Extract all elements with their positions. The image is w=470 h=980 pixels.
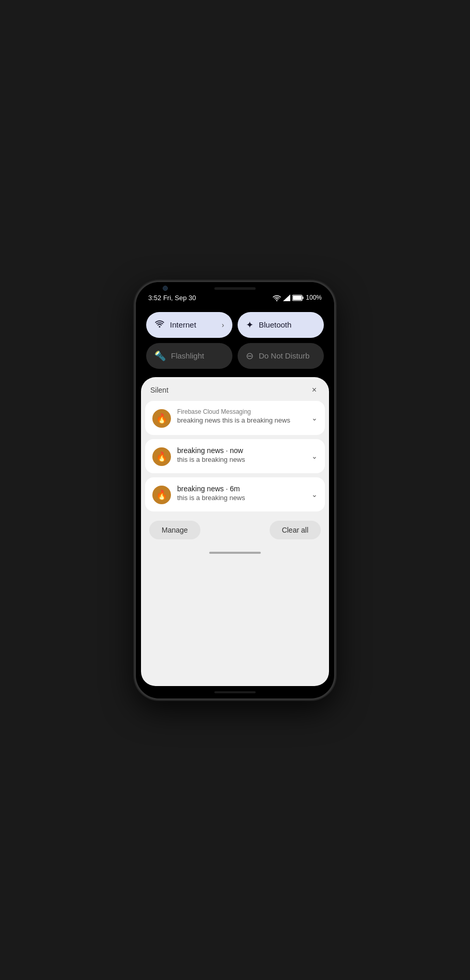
flashlight-icon: 🔦	[154, 350, 166, 362]
notification-item-2[interactable]: 🔥 breaking news · 6m this is a breaking …	[145, 477, 325, 511]
clear-all-button[interactable]: Clear all	[270, 521, 321, 539]
bottom-speaker	[214, 691, 256, 693]
notification-group-2: 🔥 breaking news · 6m this is a breaking …	[145, 477, 325, 511]
svg-rect-4	[303, 297, 304, 299]
qs-tile-dnd-label: Do Not Disturb	[259, 351, 309, 360]
phone-screen: 3:52 Fri, Sep 30	[136, 282, 334, 698]
notification-panel: Silent × 🔥 Firebase Cloud Messaging brea…	[141, 377, 329, 686]
svg-rect-3	[293, 295, 302, 300]
notif-app-icon-symbol-2: 🔥	[156, 489, 167, 501]
qs-tile-bluetooth-label: Bluetooth	[259, 320, 291, 329]
camera-dot	[163, 286, 168, 291]
qs-tile-bluetooth[interactable]: ✦ Bluetooth	[238, 312, 324, 338]
home-indicator	[209, 552, 261, 554]
speaker-bar	[214, 287, 256, 290]
notif-chevron-1[interactable]: ⌄	[311, 452, 318, 460]
dnd-icon: ⊖	[246, 350, 254, 362]
notification-group-fcm: 🔥 Firebase Cloud Messaging breaking news…	[145, 401, 325, 435]
notif-app-icon-symbol-1: 🔥	[156, 451, 167, 462]
wifi-icon	[154, 319, 165, 330]
svg-point-0	[276, 300, 277, 301]
panel-header: Silent ×	[141, 377, 329, 401]
qs-tile-internet[interactable]: Internet ›	[146, 312, 232, 338]
notif-app-name-fcm: Firebase Cloud Messaging	[177, 408, 305, 415]
notif-title-2: breaking news · 6m	[177, 485, 305, 493]
notif-content-fcm: Firebase Cloud Messaging breaking news t…	[177, 408, 305, 424]
status-bar: 3:52 Fri, Sep 30	[136, 292, 334, 306]
manage-button[interactable]: Manage	[149, 521, 200, 539]
phone-bottom	[136, 686, 334, 698]
wifi-status-icon	[273, 294, 281, 301]
panel-close-button[interactable]: ×	[309, 384, 320, 396]
top-bar	[136, 282, 334, 292]
notif-content-2: breaking news · 6m this is a breaking ne…	[177, 485, 305, 502]
quick-settings: Internet › ✦ Bluetooth 🔦 Flashlight ⊖ Do…	[136, 306, 334, 377]
signal-status-icon	[283, 294, 290, 301]
notif-title-1: breaking news · now	[177, 446, 305, 455]
notif-app-icon-fcm: 🔥	[152, 409, 171, 428]
notif-content-1: breaking news · now this is a breaking n…	[177, 446, 305, 463]
qs-tile-flashlight-label: Flashlight	[171, 351, 204, 360]
qs-tile-dnd[interactable]: ⊖ Do Not Disturb	[238, 343, 324, 369]
notif-app-icon-2: 🔥	[152, 486, 171, 504]
phone-frame: 3:52 Fri, Sep 30	[134, 281, 336, 700]
bottom-bar	[146, 548, 324, 560]
panel-title: Silent	[150, 386, 168, 394]
svg-point-5	[159, 326, 161, 328]
notif-app-icon-1: 🔥	[152, 447, 171, 466]
notif-chevron-2[interactable]: ⌄	[311, 490, 318, 499]
bluetooth-icon: ✦	[246, 319, 254, 331]
panel-actions: Manage Clear all	[141, 515, 329, 548]
status-time: 3:52 Fri, Sep 30	[148, 294, 196, 302]
notif-body-2: this is a breaking news	[177, 494, 305, 502]
battery-status-icon	[292, 294, 304, 301]
svg-marker-1	[283, 294, 290, 301]
qs-tile-flashlight[interactable]: 🔦 Flashlight	[146, 343, 232, 369]
internet-arrow-icon: ›	[222, 321, 224, 329]
qs-tile-internet-label: Internet	[170, 320, 196, 329]
status-icons: 100%	[273, 294, 322, 301]
notif-body-fcm: breaking news this is a breaking news	[177, 416, 305, 424]
notif-chevron-fcm[interactable]: ⌄	[311, 414, 318, 422]
notification-item-1[interactable]: 🔥 breaking news · now this is a breaking…	[145, 439, 325, 473]
notif-app-icon-symbol: 🔥	[156, 413, 167, 424]
notifications-list: 🔥 Firebase Cloud Messaging breaking news…	[141, 401, 329, 515]
notification-group-1: 🔥 breaking news · now this is a breaking…	[145, 439, 325, 473]
battery-percentage: 100%	[306, 294, 322, 301]
notif-body-1: this is a breaking news	[177, 456, 305, 463]
notification-item-fcm[interactable]: 🔥 Firebase Cloud Messaging breaking news…	[145, 401, 325, 435]
